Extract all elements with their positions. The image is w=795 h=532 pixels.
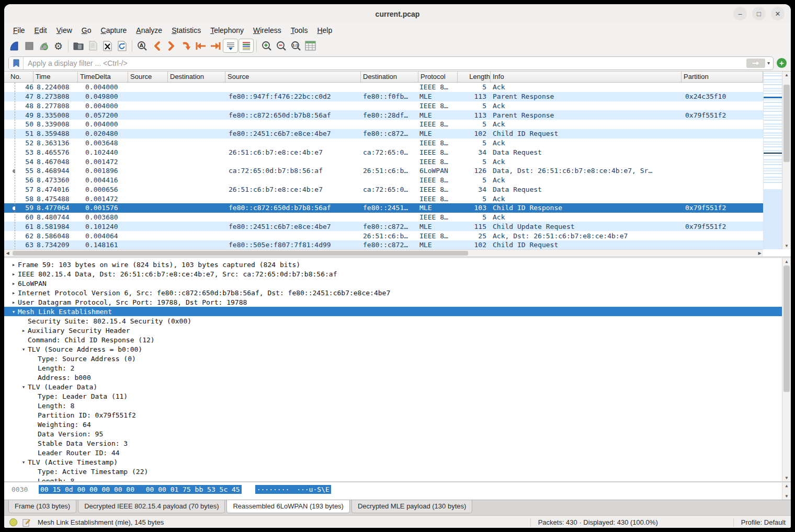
hex-bytes-right[interactable]: [136, 485, 146, 494]
column-header-source[interactable]: Source: [128, 72, 168, 82]
detail-row[interactable]: Weighting: 64: [4, 420, 782, 429]
bytes-vscrollbar[interactable]: ▲ ▼: [782, 482, 791, 500]
status-profile[interactable]: Profile: Default: [741, 518, 786, 526]
detail-row[interactable]: Length: 2: [4, 363, 782, 373]
column-header-destination[interactable]: Destination: [168, 72, 225, 82]
menu-item-edit[interactable]: Edit: [30, 25, 52, 36]
expand-arrow-icon[interactable]: ▸: [9, 290, 18, 296]
packet-list-hscroll-thumb[interactable]: [13, 251, 468, 256]
packet-row[interactable]: 468.2240080.004000IEEE 8…5Ack: [4, 83, 763, 92]
hex-bytes-right2[interactable]: 00 00 01 75 bb 53 5c 45: [146, 485, 242, 494]
go-forward-button[interactable]: [164, 39, 178, 53]
column-header-partition[interactable]: Partition: [682, 72, 763, 82]
expand-arrow-icon[interactable]: ▸: [9, 280, 18, 287]
resize-columns-button[interactable]: [303, 39, 317, 53]
packet-row[interactable]: 548.4670480.001472IEEE 8…5Ack: [4, 157, 763, 166]
scroll-left-arrow-icon[interactable]: ◀: [4, 250, 11, 257]
scroll-up-arrow-icon[interactable]: ▲: [782, 258, 791, 265]
menu-item-statistics[interactable]: Statistics: [167, 25, 206, 36]
column-header-source[interactable]: Source: [225, 72, 361, 82]
packet-row[interactable]: 628.5860480.00406426:51:c6:b…IEEE 8…25Ac…: [4, 231, 763, 240]
scroll-right-arrow-icon[interactable]: ▶: [756, 250, 763, 257]
packet-row[interactable]: 618.5819840.101240fe80::2451:c6b7:e8ce:4…: [4, 222, 763, 231]
menu-item-help[interactable]: Help: [312, 25, 337, 36]
go-to-packet-button[interactable]: [179, 39, 193, 53]
detail-row[interactable]: ▾TLV (Leader Data): [4, 382, 782, 391]
detail-row[interactable]: Length: 8: [4, 476, 782, 481]
column-header-info[interactable]: Info: [491, 72, 682, 82]
collapse-arrow-icon[interactable]: ▾: [19, 384, 28, 390]
collapse-arrow-icon[interactable]: ▾: [9, 308, 18, 315]
data-source-tab[interactable]: Frame (103 bytes): [8, 500, 76, 513]
packet-row[interactable]: 528.3631360.003648IEEE 8…5Ack: [4, 138, 763, 148]
expand-arrow-icon[interactable]: ▸: [9, 261, 18, 268]
column-header-protocol[interactable]: Protocol: [418, 72, 458, 82]
display-filter-input[interactable]: [24, 59, 746, 67]
menu-item-telephony[interactable]: Telephony: [206, 25, 248, 36]
collapse-arrow-icon[interactable]: ▾: [19, 459, 28, 466]
restart-capture-button[interactable]: [37, 39, 51, 53]
detail-row[interactable]: ▾TLV (Active Timestamp): [4, 457, 782, 467]
save-file-button[interactable]: [86, 39, 100, 53]
filter-dropdown-caret[interactable]: ▾: [767, 60, 770, 66]
detail-row[interactable]: ▸IEEE 802.15.4 Data, Dst: 26:51:c6:b7:e8…: [4, 269, 782, 279]
scroll-down-arrow-icon[interactable]: ▼: [782, 242, 791, 249]
packet-row[interactable]: 478.2738080.049800fe80::947f:f476:22bc:c…: [4, 92, 763, 101]
packet-list-hscrollbar[interactable]: ◀ ▶: [4, 249, 763, 257]
menu-item-analyze[interactable]: Analyze: [131, 25, 167, 36]
display-filter-field[interactable]: ▾: [8, 56, 774, 70]
packet-row[interactable]: 588.4754880.001472IEEE 8…5Ack: [4, 194, 763, 203]
column-header-no[interactable]: No.: [4, 72, 33, 82]
detail-row[interactable]: Address: b000: [4, 373, 782, 382]
packet-row[interactable]: 488.2778080.004000IEEE 8…5Ack: [4, 101, 763, 111]
zoom-normal-button[interactable]: 1:1: [289, 39, 303, 53]
expand-arrow-icon[interactable]: ▸: [9, 271, 18, 277]
data-source-tab[interactable]: Decrypted MLE payload (130 bytes): [351, 500, 472, 513]
detail-row[interactable]: Type: Source Address (0): [4, 354, 782, 363]
maximize-button[interactable]: □: [752, 7, 766, 20]
detail-row[interactable]: Data Version: 95: [4, 429, 782, 438]
detail-row[interactable]: Partition ID: 0x79f551f2: [4, 410, 782, 420]
column-header-length[interactable]: Length: [458, 72, 491, 82]
zoom-out-button[interactable]: [274, 39, 288, 53]
detail-row[interactable]: Type: Active Timestamp (22): [4, 467, 782, 476]
expand-arrow-icon[interactable]: ▸: [9, 299, 18, 306]
capture-options-button[interactable]: ⚙: [51, 39, 65, 53]
packet-row[interactable]: 568.4733600.004416IEEE 8…5Ack: [4, 176, 763, 185]
start-capture-button[interactable]: [7, 39, 21, 53]
hex-ascii-right[interactable]: ···u·S\E: [297, 485, 331, 494]
menu-item-view[interactable]: View: [52, 25, 77, 36]
open-file-button[interactable]: [71, 39, 85, 53]
column-header-time[interactable]: Time: [33, 72, 78, 82]
menu-item-wireless[interactable]: Wireless: [248, 25, 286, 36]
detail-row[interactable]: Command: Child ID Response (12): [4, 335, 782, 344]
collapse-arrow-icon[interactable]: ▾: [19, 346, 28, 353]
scroll-up-arrow-icon[interactable]: ▲: [782, 482, 791, 489]
detail-row[interactable]: ▸Frame 59: 103 bytes on wire (824 bits),…: [4, 260, 782, 269]
stop-capture-button[interactable]: [22, 39, 36, 53]
first-packet-button[interactable]: [194, 39, 208, 53]
add-filter-button[interactable]: +: [777, 58, 787, 68]
scroll-down-arrow-icon[interactable]: ▼: [782, 475, 791, 481]
colorize-button[interactable]: [238, 39, 254, 53]
titlebar[interactable]: current.pcap – □ ✕: [4, 4, 791, 24]
detail-row[interactable]: Length: 8: [4, 401, 782, 410]
menu-item-file[interactable]: File: [8, 25, 30, 36]
minimize-button[interactable]: –: [733, 7, 747, 20]
apply-filter-button[interactable]: [746, 59, 765, 68]
hex-ascii-left[interactable]: ········: [255, 485, 291, 494]
menu-item-capture[interactable]: Capture: [96, 25, 132, 36]
packet-row[interactable]: 498.3350080.057200fe80::c872:650d:b7b8:5…: [4, 110, 763, 120]
reload-file-button[interactable]: [115, 39, 129, 53]
packet-row[interactable]: 518.3594880.020480fe80::2451:c6b7:e8ce:4…: [4, 129, 763, 138]
menu-item-tools[interactable]: Tools: [286, 25, 313, 36]
detail-row[interactable]: ▾TLV (Source Address = b0:00): [4, 344, 782, 354]
packet-row[interactable]: 598.4770640.001576fe80::c872:650d:b7b8:5…: [4, 203, 763, 213]
detail-row[interactable]: ▸Internet Protocol Version 6, Src: fe80:…: [4, 288, 782, 297]
detail-row[interactable]: Type: Leader Data (11): [4, 391, 782, 401]
packet-row[interactable]: 538.4655760.10244026:51:c6:b7:e8:ce:4b:e…: [4, 147, 763, 157]
packet-list-scroll-thumb[interactable]: [783, 85, 790, 162]
packet-list-vscrollbar[interactable]: ▲ ▼: [782, 72, 791, 249]
detail-row[interactable]: ▸Auxiliary Security Header: [4, 326, 782, 335]
detail-row[interactable]: Security Suite: 802.15.4 Security (0x00): [4, 316, 782, 326]
